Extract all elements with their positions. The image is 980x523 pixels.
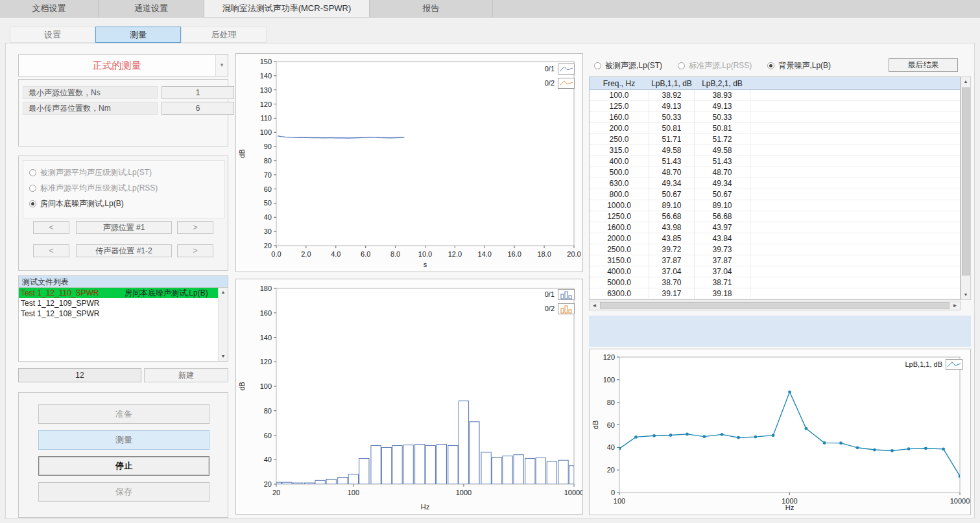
- table-row[interactable]: 400.051.4351.43: [590, 156, 960, 167]
- tab-channel-settings[interactable]: 通道设置: [99, 0, 204, 17]
- prepare-button[interactable]: 准备: [38, 404, 209, 424]
- table-row[interactable]: 500.048.7048.70: [590, 167, 960, 178]
- table-row[interactable]: 6300.039.1739.18: [590, 288, 960, 299]
- svg-text:20: 20: [264, 242, 272, 250]
- row-filler: [750, 134, 960, 145]
- table-row[interactable]: 1000.089.1089.10: [590, 200, 960, 211]
- legend-entry[interactable]: 0/2: [545, 76, 575, 90]
- source-position-next-button[interactable]: >: [177, 221, 213, 234]
- radio-lp-b-result[interactable]: 背景噪声,Lp(B): [767, 60, 831, 71]
- test-type-group: 被测声源平均声压级测试,Lp(ST) 标准声源平均声压级测试,Lp(RSS) 房…: [18, 156, 228, 271]
- table-row[interactable]: 3150.037.8737.87: [590, 255, 960, 266]
- list-item[interactable]: Test 1_12_108_SPWR: [19, 308, 218, 319]
- radio-lp-rss-test[interactable]: 标准声源平均声压级测试,Lp(RSS): [29, 182, 158, 194]
- list-item[interactable]: Test 1_12_110_SPWR 房间本底噪声测试,Lp(B): [19, 288, 218, 298]
- stop-button[interactable]: 停止: [38, 456, 209, 476]
- list-item[interactable]: Test 1_12_109_SPWR: [19, 298, 218, 308]
- measurement-mode-dropdown[interactable]: 正式的测量: [18, 54, 228, 76]
- row-filler: [750, 277, 960, 288]
- radio-lp-rss-result[interactable]: 标准声源,Lp(RSS): [678, 60, 752, 71]
- legend-entry[interactable]: 0/1: [545, 62, 575, 76]
- mic-position-prev-button[interactable]: <: [33, 244, 69, 257]
- min-source-positions-value[interactable]: 1: [161, 86, 234, 99]
- table-cell: 39.72: [649, 244, 695, 255]
- source-position-button[interactable]: 声源位置 #1: [76, 221, 172, 234]
- svg-text:60: 60: [607, 421, 615, 429]
- scroll-right-icon[interactable]: [950, 301, 960, 310]
- svg-text:70: 70: [264, 171, 272, 179]
- table-row[interactable]: 2000.043.8543.84: [590, 233, 960, 244]
- subtab-postprocess[interactable]: 后处理: [181, 27, 267, 43]
- file-counter-field[interactable]: 12: [18, 368, 141, 382]
- legend-entry[interactable]: 0/2: [545, 301, 575, 316]
- table-row[interactable]: 125.049.1349.13: [590, 101, 960, 112]
- file-list-scrollbar[interactable]: [218, 288, 228, 361]
- table-cell: 37.87: [649, 255, 695, 266]
- min-mic-positions-value[interactable]: 6: [161, 102, 234, 115]
- table-row[interactable]: 100.038.9238.93: [590, 90, 960, 101]
- mic-position-button[interactable]: 传声器位置 #1-2: [76, 244, 172, 257]
- table-cell: 2000.0: [590, 233, 649, 244]
- table-row[interactable]: 4000.037.0437.04: [590, 266, 960, 277]
- table-vertical-scrollbar[interactable]: [961, 76, 971, 300]
- table-cell: 39.17: [649, 288, 695, 299]
- table-row[interactable]: 200.050.8150.81: [590, 123, 960, 134]
- chart-legend: LpB,1,1, dB: [905, 357, 963, 371]
- table-cell: 39.73: [695, 244, 750, 255]
- col-lpb21-header[interactable]: LpB,2,1, dB: [695, 77, 750, 89]
- scroll-down-icon[interactable]: [961, 290, 970, 299]
- table-row[interactable]: 5000.038.7038.71: [590, 277, 960, 288]
- row-filler: [750, 145, 960, 156]
- legend-label: 0/2: [545, 305, 555, 312]
- scrollbar-thumb[interactable]: [600, 302, 950, 309]
- svg-text:20: 20: [607, 466, 615, 474]
- table-header: Freq., Hz LpB,1,1, dB LpB,2,1, dB: [590, 77, 960, 90]
- svg-text:150: 150: [260, 58, 272, 65]
- measure-button[interactable]: 测量: [38, 430, 209, 450]
- scroll-left-icon[interactable]: [590, 301, 599, 310]
- tab-document-settings[interactable]: 文档设置: [0, 0, 99, 17]
- svg-text:1000: 1000: [456, 489, 472, 496]
- mic-position-next-button[interactable]: >: [177, 244, 213, 257]
- scroll-up-icon[interactable]: [219, 288, 228, 297]
- table-row[interactable]: 160.050.3350.33: [590, 112, 960, 123]
- subtab-measure[interactable]: 测量: [95, 27, 181, 43]
- measurement-mode-value: 正式的测量: [19, 55, 215, 76]
- table-row[interactable]: 315.049.5849.58: [590, 145, 960, 156]
- source-position-prev-button[interactable]: <: [33, 221, 69, 234]
- svg-text:2.0: 2.0: [301, 250, 311, 258]
- table-cell: 39.18: [695, 288, 750, 299]
- scroll-down-icon[interactable]: [219, 352, 228, 361]
- radio-lp-b-test[interactable]: 房间本底噪声测试,Lp(B): [29, 198, 124, 209]
- chart-legend: 0/10/2: [545, 287, 575, 316]
- legend-entry[interactable]: LpB,1,1, dB: [905, 357, 963, 371]
- subtab-setup[interactable]: 设置: [10, 27, 95, 43]
- tab-mcr-spwr[interactable]: 混响室法测试声功率(MCR-SPWR): [204, 0, 370, 17]
- final-result-button[interactable]: 最后结果: [889, 58, 958, 72]
- table-row[interactable]: 630.049.3449.34: [590, 178, 960, 189]
- table-cell: 37.04: [695, 266, 750, 277]
- radio-lp-st-result[interactable]: 被测声源,Lp(ST): [594, 60, 662, 71]
- col-lpb11-header[interactable]: LpB,1,1, dB: [649, 77, 695, 89]
- table-row[interactable]: 800.050.6750.67: [590, 189, 960, 200]
- new-file-button[interactable]: 新建: [144, 368, 228, 382]
- chevron-down-icon[interactable]: [215, 55, 228, 76]
- table-row[interactable]: 1600.043.9843.97: [590, 222, 960, 233]
- table-cell: 51.72: [695, 134, 750, 145]
- tab-report[interactable]: 报告: [370, 0, 493, 17]
- row-filler: [750, 211, 960, 222]
- legend-entry[interactable]: 0/1: [545, 287, 575, 301]
- save-button[interactable]: 保存: [38, 482, 209, 502]
- scrollbar-thumb[interactable]: [962, 87, 970, 275]
- svg-text:12.0: 12.0: [448, 250, 462, 258]
- table-row[interactable]: 1250.056.6856.68: [590, 211, 960, 222]
- col-freq-header[interactable]: Freq., Hz: [590, 77, 649, 89]
- svg-text:100: 100: [614, 497, 625, 505]
- radio-icon: [29, 200, 36, 207]
- table-horizontal-scrollbar[interactable]: [589, 301, 961, 310]
- table-cell: 38.92: [649, 90, 695, 100]
- table-row[interactable]: 250.051.7151.72: [590, 134, 960, 145]
- radio-lp-st-test[interactable]: 被测声源平均声压级测试,Lp(ST): [29, 167, 152, 178]
- table-row[interactable]: 2500.039.7239.73: [590, 244, 960, 255]
- scroll-up-icon[interactable]: [961, 77, 970, 86]
